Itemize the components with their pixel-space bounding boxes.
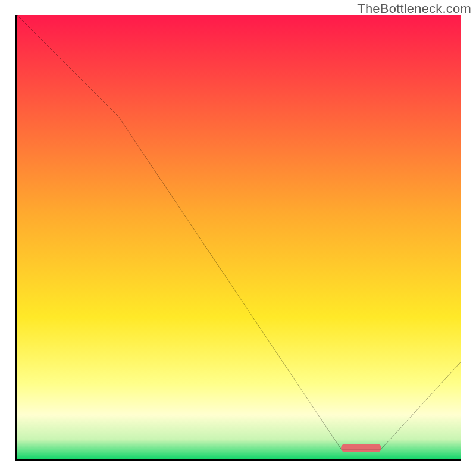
curve-path [17,15,461,449]
chart-container: TheBottleneck.com [0,0,476,476]
plot-frame [15,15,461,461]
performance-curve [17,15,461,459]
plot-area [17,15,461,459]
